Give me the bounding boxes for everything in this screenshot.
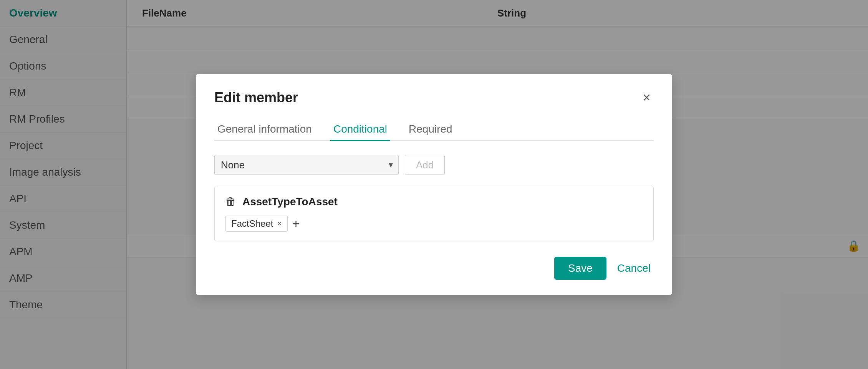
modal-title: Edit member: [214, 90, 298, 106]
modal-header: Edit member ×: [214, 89, 654, 106]
tab-general-information[interactable]: General information: [214, 118, 315, 141]
tag-factsheet: FactSheet ×: [225, 216, 288, 232]
condition-card: 🗑 AssetTypeToAsset FactSheet × +: [214, 186, 654, 241]
trash-icon[interactable]: 🗑: [225, 195, 236, 208]
tag-label: FactSheet: [231, 218, 273, 229]
edit-member-modal: Edit member × General information Condit…: [196, 74, 672, 295]
tag-row: FactSheet × +: [225, 216, 643, 232]
save-button[interactable]: Save: [554, 257, 606, 280]
condition-dropdown[interactable]: None: [221, 155, 392, 175]
tag-close-icon[interactable]: ×: [277, 219, 282, 228]
tab-required[interactable]: Required: [406, 118, 456, 141]
modal-tabs: General information Conditional Required: [214, 118, 654, 141]
modal-body: None ▾ Add 🗑 AssetTypeToAsset FactSheet …: [214, 155, 654, 241]
add-button[interactable]: Add: [405, 155, 445, 175]
modal-footer: Save Cancel: [214, 257, 654, 280]
cancel-button[interactable]: Cancel: [614, 257, 654, 280]
condition-card-header: 🗑 AssetTypeToAsset: [225, 195, 643, 208]
condition-name: AssetTypeToAsset: [242, 196, 338, 208]
condition-dropdown-wrapper: None ▾: [214, 155, 399, 175]
tab-conditional[interactable]: Conditional: [330, 118, 390, 141]
dropdown-row: None ▾ Add: [214, 155, 654, 175]
modal-close-button[interactable]: ×: [639, 89, 654, 106]
tag-add-icon[interactable]: +: [292, 218, 300, 230]
